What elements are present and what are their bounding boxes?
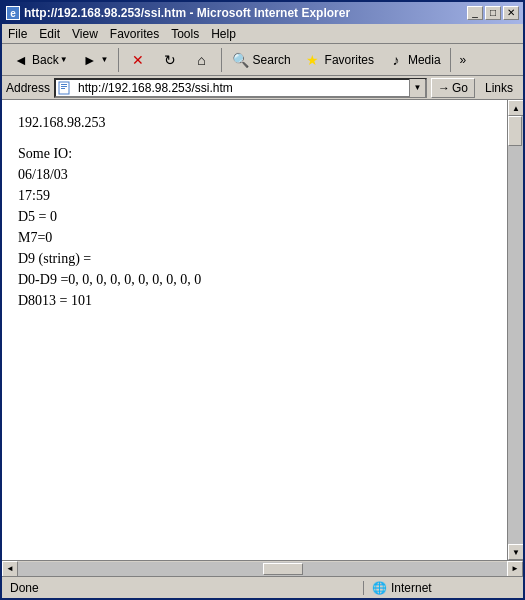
- forward-dropdown-icon: ▼: [101, 55, 109, 64]
- back-button[interactable]: ◄ Back ▼: [6, 47, 73, 73]
- go-label: Go: [452, 81, 468, 95]
- title-bar-text: e http://192.168.98.253/ssi.htm - Micros…: [6, 6, 350, 20]
- stop-button[interactable]: ✕: [123, 47, 153, 73]
- scroll-thumb-horizontal[interactable]: [263, 563, 303, 575]
- scroll-track-horizontal[interactable]: [18, 562, 507, 576]
- back-icon: ◄: [11, 50, 31, 70]
- minimize-button[interactable]: _: [467, 6, 483, 20]
- separator-3: [450, 48, 451, 72]
- back-label: Back: [32, 53, 59, 67]
- svg-rect-3: [61, 88, 65, 89]
- more-button[interactable]: »: [455, 50, 472, 70]
- home-icon: ⌂: [192, 50, 212, 70]
- media-icon: ♪: [386, 50, 406, 70]
- links-button[interactable]: Links: [479, 80, 519, 96]
- scroll-thumb-vertical[interactable]: [508, 116, 522, 146]
- address-dropdown-button[interactable]: ▼: [409, 79, 425, 97]
- close-button[interactable]: ✕: [503, 6, 519, 20]
- menu-favorites[interactable]: Favorites: [104, 25, 165, 43]
- favorites-label: Favorites: [325, 53, 374, 67]
- browser-icon: e: [6, 6, 20, 20]
- menu-edit[interactable]: Edit: [33, 25, 66, 43]
- d8013-value: D8013 = 101: [18, 290, 491, 311]
- zone-label: Internet: [391, 581, 432, 595]
- favorites-button[interactable]: ★ Favorites: [298, 47, 379, 73]
- toolbar: ◄ Back ▼ ► ▼ ✕ ↻ ⌂ 🔍 Search ★ Favorites …: [2, 44, 523, 76]
- browser-window: e http://192.168.98.253/ssi.htm - Micros…: [0, 0, 525, 600]
- menu-view[interactable]: View: [66, 25, 104, 43]
- address-bar: Address ▼ → Go Links: [2, 76, 523, 100]
- d0d9-value: D0-D9 =0, 0, 0, 0, 0, 0, 0, 0, 0, 0: [18, 269, 491, 290]
- menu-file[interactable]: File: [2, 25, 33, 43]
- refresh-button[interactable]: ↻: [155, 47, 185, 73]
- scroll-track-vertical[interactable]: [508, 116, 523, 544]
- scroll-left-button[interactable]: ◄: [2, 561, 18, 577]
- separator-2: [221, 48, 222, 72]
- forward-icon: ►: [80, 50, 100, 70]
- address-label: Address: [6, 81, 50, 95]
- more-icon: »: [460, 53, 467, 67]
- window-title: http://192.168.98.253/ssi.htm - Microsof…: [24, 6, 350, 20]
- date-value: 06/18/03: [18, 164, 491, 185]
- maximize-button[interactable]: □: [485, 6, 501, 20]
- address-input-wrap: ▼: [54, 78, 427, 98]
- menu-help[interactable]: Help: [205, 25, 242, 43]
- status-bar: Done 🌐 Internet: [2, 576, 523, 598]
- scroll-right-button[interactable]: ►: [507, 561, 523, 577]
- time-value: 17:59: [18, 185, 491, 206]
- menu-tools[interactable]: Tools: [165, 25, 205, 43]
- svg-rect-2: [61, 86, 67, 87]
- search-button[interactable]: 🔍 Search: [226, 47, 296, 73]
- separator-1: [118, 48, 119, 72]
- page-content: 192.168.98.253 Some IO: 06/18/03 17:59 D…: [2, 100, 507, 560]
- status-text: Done: [2, 581, 363, 595]
- go-button[interactable]: → Go: [431, 78, 475, 98]
- back-dropdown-icon: ▼: [60, 55, 68, 64]
- search-label: Search: [253, 53, 291, 67]
- d9-value: D9 (string) =: [18, 248, 491, 269]
- media-label: Media: [408, 53, 441, 67]
- section-header: Some IO:: [18, 143, 491, 164]
- globe-icon: 🌐: [372, 581, 387, 595]
- page-icon: [58, 80, 74, 96]
- vertical-scrollbar: ▲ ▼: [507, 100, 523, 560]
- refresh-icon: ↻: [160, 50, 180, 70]
- address-input[interactable]: [76, 81, 409, 95]
- media-button[interactable]: ♪ Media: [381, 47, 446, 73]
- scroll-down-button[interactable]: ▼: [508, 544, 523, 560]
- stop-icon: ✕: [128, 50, 148, 70]
- m7-value: M7=0: [18, 227, 491, 248]
- favorites-icon: ★: [303, 50, 323, 70]
- search-icon: 🔍: [231, 50, 251, 70]
- forward-button[interactable]: ► ▼: [75, 47, 114, 73]
- scroll-up-button[interactable]: ▲: [508, 100, 523, 116]
- content-wrapper: 192.168.98.253 Some IO: 06/18/03 17:59 D…: [2, 100, 523, 560]
- svg-rect-1: [61, 84, 67, 85]
- title-bar-buttons: _ □ ✕: [467, 6, 519, 20]
- title-bar: e http://192.168.98.253/ssi.htm - Micros…: [2, 2, 523, 24]
- ip-address: 192.168.98.253: [18, 112, 491, 133]
- home-button[interactable]: ⌂: [187, 47, 217, 73]
- d5-value: D5 = 0: [18, 206, 491, 227]
- spacer-1: [18, 133, 491, 143]
- menu-bar: File Edit View Favorites Tools Help: [2, 24, 523, 44]
- go-arrow-icon: →: [438, 81, 450, 95]
- horizontal-scrollbar: ◄ ►: [2, 560, 523, 576]
- status-zone: 🌐 Internet: [363, 581, 523, 595]
